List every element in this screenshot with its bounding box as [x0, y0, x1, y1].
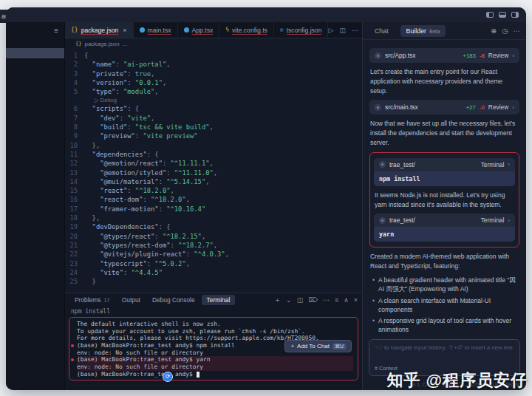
line-number: 18	[65, 214, 84, 222]
code-line: 19 "devDependencies": {	[65, 222, 362, 231]
code-text: },	[84, 214, 100, 222]
editor-tab-vite.config.ts[interactable]: ϟvite.config.ts	[219, 22, 274, 38]
panel-tab-terminal[interactable]: Terminal	[202, 295, 236, 305]
file-change-card[interactable]: src/App.tsx+183-8Review›	[369, 48, 519, 63]
chat-panel: ChatBuilderBeta⊕◷⋯ src/App.tsx+183-8Revi…	[362, 22, 526, 390]
code-text: "@types/react-dom": "^18.2.7",	[84, 241, 217, 250]
panel-tab-output[interactable]: Output	[117, 295, 146, 305]
code-line: 4 "version": "0.0.1",	[65, 78, 362, 87]
codelens-debug[interactable]: ▷ Debug	[65, 96, 362, 104]
code-line: 13 "@emotion/styled": "^11.11.0",	[65, 168, 362, 177]
code-text: "@mui/material": "^5.14.15",	[84, 177, 210, 186]
code-editor[interactable]: 1{2 "name": "ai-portal",3 "private": tru…	[65, 49, 362, 293]
line-number: 3	[65, 69, 84, 78]
problems-count: 17	[103, 297, 109, 304]
review-link[interactable]: Review	[488, 103, 508, 111]
bullet-item: •A beautiful gradient header with animat…	[372, 276, 519, 294]
code-text: "@types/react": "^18.2.15",	[84, 232, 205, 241]
code-text: "@emotion/styled": "^11.11.0",	[84, 168, 217, 177]
file-change-card[interactable]: src/main.tsx+27-0Review›	[369, 100, 519, 115]
chevron-right-icon: ›	[512, 52, 514, 59]
beta-badge: Beta	[429, 29, 440, 34]
panel-tab-debug-console[interactable]: Debug Console	[147, 295, 200, 305]
editor-tab-strip: {}package.json×main.tsxApp.tsxϟvite.conf…	[65, 22, 362, 38]
line-number: 19	[65, 222, 84, 231]
line-number: 25	[65, 277, 84, 286]
line-number: 14	[65, 177, 84, 186]
bullet-item: •A clean search interface with Material-…	[372, 296, 519, 315]
close-icon[interactable]: ×	[354, 296, 358, 304]
collapse-icon[interactable]: ∧	[344, 296, 349, 304]
code-text: "dev": "vite",	[84, 114, 154, 123]
history-icon[interactable]: ◷	[502, 27, 508, 35]
line-number: 21	[65, 241, 84, 250]
plus-icon[interactable]: ＋	[274, 296, 281, 305]
chat-tab-chat[interactable]: Chat	[369, 25, 395, 37]
chevron-down-icon[interactable]: ⌄	[286, 296, 292, 304]
terminal-line: The default interactive shell is now zsh…	[77, 321, 353, 328]
more-icon[interactable]: ⋯	[323, 296, 330, 304]
code-line: 15 "react": "^18.2.0",	[65, 186, 362, 195]
more-icon[interactable]: ⋯	[514, 27, 521, 35]
shortcut-badge: ⌘U	[332, 344, 346, 349]
trash-icon[interactable]: ⌦	[308, 296, 318, 304]
terminal-link[interactable]: Terminal	[481, 161, 505, 168]
editor-tab-App.tsx[interactable]: App.tsx	[178, 22, 220, 38]
toggle-bottom-panel-icon[interactable]	[499, 12, 506, 18]
split-icon[interactable]: ◫	[339, 27, 346, 34]
terminal-output-highlight[interactable]: The default interactive shell is now zsh…	[69, 317, 358, 380]
chat-tab-builder[interactable]: BuilderBeta	[400, 25, 446, 37]
terminal-card-header: trae_test/Terminal›	[374, 158, 515, 171]
error-dot-icon	[71, 358, 74, 361]
panel-tab-problems[interactable]: Problems17	[69, 295, 115, 305]
terminal-command-card[interactable]: trae_test/Terminal›npm install	[374, 158, 515, 186]
code-line: 7 "dev": "vite",	[65, 114, 362, 123]
code-line: 5 "type": "module",	[65, 87, 362, 96]
code-text: "type": "module",	[84, 87, 159, 96]
code-text: "version": "0.0.1",	[84, 78, 166, 87]
title-bar	[6, 7, 526, 22]
new-chat-icon[interactable]: ⊕	[491, 27, 497, 35]
editor-tab-tsconfig.json[interactable]: ⊙tsconfig.json	[274, 22, 329, 38]
toggle-left-panel-icon[interactable]	[486, 12, 494, 18]
json-icon: {}	[75, 41, 81, 47]
chat-message-list[interactable]: src/App.tsx+183-8Review›Let's create the…	[363, 40, 526, 335]
editor-tab-package.json[interactable]: {}package.json×	[65, 22, 134, 38]
breadcrumb[interactable]: {} package.json ...	[65, 38, 362, 49]
toggle-right-panel-icon[interactable]	[511, 12, 519, 18]
code-line: 14 "@mui/material": "^5.14.15",	[65, 177, 362, 186]
code-line: 20 "@types/react": "^18.2.15",	[65, 232, 362, 241]
review-link[interactable]: Review	[488, 52, 508, 59]
terminal-icon	[379, 217, 386, 224]
bullet-icon: •	[372, 276, 375, 294]
bullet-icon: •	[372, 296, 375, 315]
page: arch ≡ {}package.json×main.tsxApp.tsxϟvi…	[0, 0, 532, 396]
code-line: 1{	[65, 51, 362, 60]
ai-assist-button[interactable]: ⟳	[163, 372, 173, 382]
code-line: 6 "scripts": {	[65, 104, 362, 113]
code-text: "scripts": {	[84, 104, 139, 113]
code-line: 3 "private": true,	[65, 69, 362, 78]
close-icon[interactable]: ×	[123, 27, 126, 34]
sidebar-selected-item[interactable]	[6, 48, 64, 58]
line-number: 24	[65, 268, 84, 277]
sidebar-menu-icon[interactable]: ≡	[54, 27, 58, 35]
code-line: 18 },	[65, 214, 362, 222]
editor-tab-main.tsx[interactable]: main.tsx	[134, 22, 178, 38]
panel-tab-strip: Problems17OutputDebug ConsoleTerminal＋⌄◫…	[65, 293, 362, 307]
code-text: "@vitejs/plugin-react": "^4.0.3",	[84, 250, 229, 259]
layout-icon[interactable]: ≡	[335, 296, 338, 304]
add-to-chat-button[interactable]: + Add To Chat ⌘U	[284, 340, 352, 352]
line-number: 7	[65, 114, 84, 123]
code-line: 12 "@emotion/react": "^11.11.1",	[65, 159, 362, 168]
terminal-line: (base) MacBookPro:trae_test andy$	[77, 371, 353, 378]
terminal-link[interactable]: Terminal	[481, 216, 505, 224]
more-icon[interactable]: ⋯	[352, 27, 358, 34]
terminal-command-card[interactable]: trae_test/Terminal›yarn	[374, 214, 515, 242]
panel-actions: ＋⌄◫⌦⋯≡∧×	[274, 296, 358, 305]
split-icon[interactable]: ◫	[297, 296, 304, 304]
run-icon[interactable]: ▷	[328, 27, 333, 34]
gear-icon: ⊙	[280, 27, 284, 33]
line-number: 17	[65, 205, 84, 214]
chat-header: ChatBuilderBeta⊕◷⋯	[363, 22, 526, 40]
